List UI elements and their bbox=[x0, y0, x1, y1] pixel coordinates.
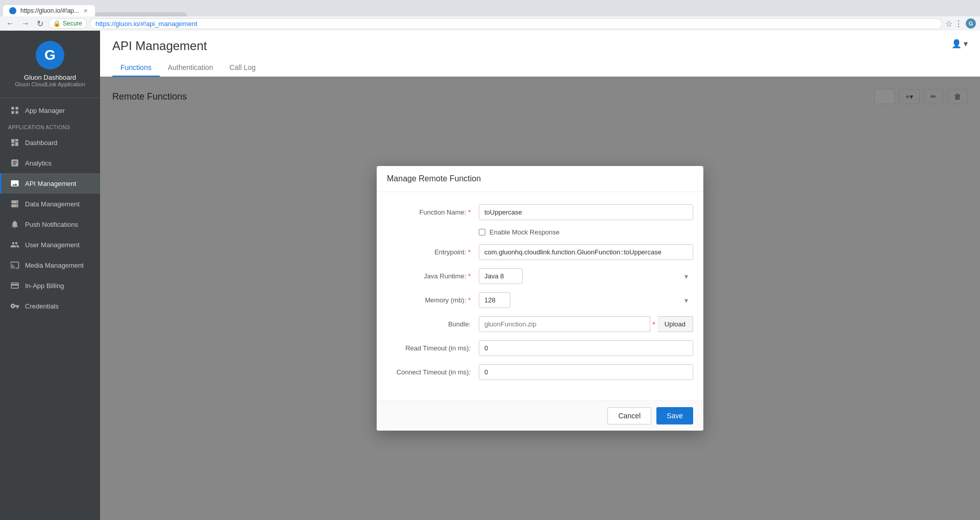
memory-select-wrapper: 128 256 512 bbox=[479, 292, 693, 308]
entrypoint-label: Entrypoint: * bbox=[387, 248, 479, 256]
inactive-tab[interactable] bbox=[95, 12, 187, 16]
save-button[interactable]: Save bbox=[656, 407, 693, 424]
key-icon bbox=[10, 301, 20, 311]
enable-mock-checkbox[interactable] bbox=[479, 229, 485, 235]
java-runtime-select-wrapper: Java 8 Java 11 bbox=[479, 268, 693, 284]
sidebar-item-dashboard[interactable]: Dashboard bbox=[0, 132, 100, 153]
entrypoint-row: Entrypoint: * bbox=[387, 244, 693, 260]
user-icon: 👤 bbox=[951, 39, 962, 49]
sidebar-item-label: In-App Billing bbox=[25, 282, 64, 290]
address-bar[interactable]: https://gluon.io/#!api_management bbox=[90, 18, 942, 29]
modal-footer: Cancel Save bbox=[377, 400, 703, 431]
sidebar-item-label: App Manager bbox=[25, 107, 65, 114]
active-tab[interactable]: https://gluon.io/#!ap... ✕ bbox=[3, 5, 95, 16]
tab-functions[interactable]: Functions bbox=[112, 59, 160, 77]
sidebar-item-credentials[interactable]: Credentials bbox=[0, 296, 100, 316]
required-star: * bbox=[468, 208, 471, 216]
app: G Gluon Dashboard Gluon CloudLink Applic… bbox=[0, 31, 980, 520]
connect-timeout-input[interactable] bbox=[479, 364, 693, 380]
enable-mock-label[interactable]: Enable Mock Response bbox=[489, 228, 559, 236]
tab-title: https://gluon.io/#!ap... bbox=[20, 7, 79, 14]
tab-authentication[interactable]: Authentication bbox=[160, 59, 222, 77]
memory-row: Memory (mb): * 128 256 512 bbox=[387, 292, 693, 308]
java-runtime-select[interactable]: Java 8 Java 11 bbox=[479, 268, 523, 284]
sidebar-divider bbox=[0, 98, 100, 98]
bundle-label: Bundle: bbox=[387, 320, 479, 328]
dashboard-icon bbox=[10, 137, 20, 148]
upload-button[interactable]: Upload bbox=[657, 316, 693, 332]
user-menu-button[interactable]: 👤 ▾ bbox=[951, 39, 968, 49]
secure-badge: 🔒 Secure bbox=[48, 18, 87, 29]
sidebar-app-sub: Gluon CloudLink Application bbox=[15, 81, 85, 87]
connect-timeout-row: Connect Timeout (in ms): bbox=[387, 364, 693, 380]
sidebar-item-user-management[interactable]: User Management bbox=[0, 234, 100, 255]
browser-user-icon: G bbox=[966, 18, 976, 29]
sidebar-item-label: User Management bbox=[25, 241, 80, 249]
tab-call-log[interactable]: Call Log bbox=[221, 59, 263, 77]
sidebar-item-push-notifications[interactable]: Push Notifications bbox=[0, 214, 100, 234]
header-user: 👤 ▾ bbox=[951, 39, 968, 49]
browser-tabs: https://gluon.io/#!ap... ✕ bbox=[0, 0, 980, 16]
media-icon bbox=[10, 260, 20, 270]
billing-icon bbox=[10, 280, 20, 291]
sidebar-item-data-management[interactable]: Data Management bbox=[0, 194, 100, 214]
sidebar-app-name: Gluon Dashboard bbox=[24, 74, 76, 81]
sidebar-item-label: Analytics bbox=[25, 159, 52, 167]
sidebar-item-label: Credentials bbox=[25, 302, 59, 310]
manage-remote-function-modal: Manage Remote Function Function Name: * bbox=[377, 166, 703, 431]
bundle-input[interactable] bbox=[479, 316, 650, 332]
tab-close-icon[interactable]: ✕ bbox=[83, 8, 88, 14]
menu-icon[interactable]: ⋮ bbox=[954, 19, 963, 29]
modal-body: Function Name: * Enable Mock Response bbox=[377, 192, 703, 400]
sidebar-section-label: APPLICATION ACTIONS bbox=[0, 121, 100, 132]
java-runtime-row: Java Runtime: * Java 8 Java 11 bbox=[387, 268, 693, 284]
sidebar-item-api-management[interactable]: API Management bbox=[0, 173, 100, 194]
refresh-button[interactable]: ↻ bbox=[35, 18, 45, 30]
memory-label: Memory (mb): * bbox=[387, 296, 479, 304]
analytics-icon bbox=[10, 158, 20, 168]
sidebar-item-media-management[interactable]: Media Management bbox=[0, 255, 100, 275]
function-name-input[interactable] bbox=[479, 204, 693, 220]
forward-button[interactable]: → bbox=[19, 18, 32, 29]
modal-overlay: Manage Remote Function Function Name: * bbox=[100, 77, 980, 520]
sidebar-logo: G Gluon Dashboard Gluon CloudLink Applic… bbox=[0, 31, 100, 96]
bundle-required-star: * bbox=[652, 320, 655, 328]
read-timeout-row: Read Timeout (in ms): bbox=[387, 340, 693, 356]
sidebar-item-label: Dashboard bbox=[25, 139, 58, 147]
sidebar-item-label: API Management bbox=[25, 180, 76, 187]
tab-favicon bbox=[9, 7, 16, 14]
sidebar: G Gluon Dashboard Gluon CloudLink Applic… bbox=[0, 31, 100, 520]
main-content: 👤 ▾ API Management Functions Authenticat… bbox=[100, 31, 980, 520]
browser-toolbar: ← → ↻ 🔒 Secure https://gluon.io/#!api_ma… bbox=[0, 16, 980, 31]
api-icon bbox=[10, 178, 20, 188]
bundle-row: Bundle: * Upload bbox=[387, 316, 693, 332]
memory-select[interactable]: 128 256 512 bbox=[479, 292, 510, 308]
chevron-down-icon: ▾ bbox=[964, 39, 968, 49]
enable-mock-row: Enable Mock Response bbox=[387, 228, 693, 236]
data-icon bbox=[10, 199, 20, 209]
entrypoint-input[interactable] bbox=[479, 244, 693, 260]
star-icon[interactable]: ☆ bbox=[945, 19, 952, 29]
browser-chrome: https://gluon.io/#!ap... ✕ ← → ↻ 🔒 Secur… bbox=[0, 0, 980, 31]
required-star: * bbox=[468, 248, 471, 256]
read-timeout-input[interactable] bbox=[479, 340, 693, 356]
sidebar-item-app-manager[interactable]: App Manager bbox=[0, 100, 100, 121]
logo-circle: G bbox=[36, 41, 64, 69]
sidebar-item-in-app-billing[interactable]: In-App Billing bbox=[0, 275, 100, 296]
users-icon bbox=[10, 240, 20, 250]
grid-icon bbox=[10, 105, 20, 115]
sidebar-item-label: Media Management bbox=[25, 262, 84, 269]
main-header: 👤 ▾ API Management Functions Authenticat… bbox=[100, 31, 980, 77]
browser-toolbar-actions: ☆ ⋮ bbox=[945, 19, 963, 29]
sidebar-item-analytics[interactable]: Analytics bbox=[0, 153, 100, 173]
bell-icon bbox=[10, 219, 20, 229]
main-tabs: Functions Authentication Call Log bbox=[112, 59, 968, 77]
function-name-label: Function Name: * bbox=[387, 208, 479, 216]
connect-timeout-label: Connect Timeout (in ms): bbox=[387, 368, 479, 376]
back-button[interactable]: ← bbox=[4, 18, 16, 29]
secure-label: Secure bbox=[63, 20, 82, 27]
java-runtime-label: Java Runtime: * bbox=[387, 272, 479, 280]
function-name-row: Function Name: * bbox=[387, 204, 693, 220]
required-star: * bbox=[468, 272, 471, 280]
cancel-button[interactable]: Cancel bbox=[607, 407, 651, 424]
